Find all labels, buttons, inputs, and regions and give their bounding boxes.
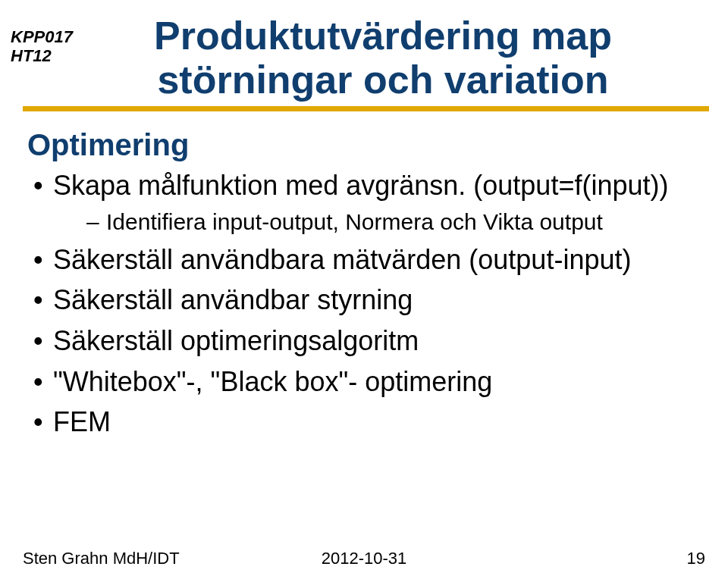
footer: Sten Grahn MdH/IDT 2012-10-31 19 xyxy=(23,549,705,568)
bullet-text: Säkerställ användbara mätvärden (output-… xyxy=(53,244,631,275)
sub-list: Identifiera input-output, Normera och Vi… xyxy=(86,206,705,237)
list-item: Identifiera input-output, Normera och Vi… xyxy=(86,206,705,237)
footer-author: Sten Grahn MdH/IDT xyxy=(23,549,180,568)
title-line2: störningar och variation xyxy=(157,58,608,102)
slide-title: Produktutvärdering map störningar och va… xyxy=(23,14,705,102)
bullet-text: Säkerställ optimeringsalgoritm xyxy=(53,325,419,356)
slide: KPP017 HT12 Produktutvärdering map störn… xyxy=(0,0,728,576)
bullet-text: FEM xyxy=(53,406,111,437)
section-heading: Optimering xyxy=(27,128,705,162)
course-line1: KPP017 xyxy=(11,27,73,46)
list-item: Skapa målfunktion med avgränsn. (output=… xyxy=(30,167,705,237)
bullet-list-main: Skapa målfunktion med avgränsn. (output=… xyxy=(30,167,705,359)
footer-page-number: 19 xyxy=(687,549,705,568)
list-item: FEM xyxy=(30,403,705,441)
footer-date: 2012-10-31 xyxy=(322,549,407,568)
list-item: Säkerställ användbar styrning xyxy=(30,281,705,319)
bullet-text: Säkerställ användbar styrning xyxy=(53,284,413,315)
bullet-text: "Whitebox"-, "Black box"- optimering xyxy=(53,366,492,397)
list-item: Säkerställ optimeringsalgoritm xyxy=(30,322,705,360)
course-code: KPP017 HT12 xyxy=(11,27,73,66)
title-line1: Produktutvärdering map xyxy=(154,14,612,58)
sub-bullet-text: Identifiera input-output, Normera och Vi… xyxy=(106,209,603,234)
title-divider xyxy=(23,106,709,111)
list-item: "Whitebox"-, "Black box"- optimering xyxy=(30,363,705,401)
bullet-list-secondary: "Whitebox"-, "Black box"- optimering FEM xyxy=(30,363,705,441)
list-item: Säkerställ användbara mätvärden (output-… xyxy=(30,241,705,279)
bullet-text: Skapa målfunktion med avgränsn. (output=… xyxy=(53,170,668,201)
course-line2: HT12 xyxy=(11,46,52,65)
